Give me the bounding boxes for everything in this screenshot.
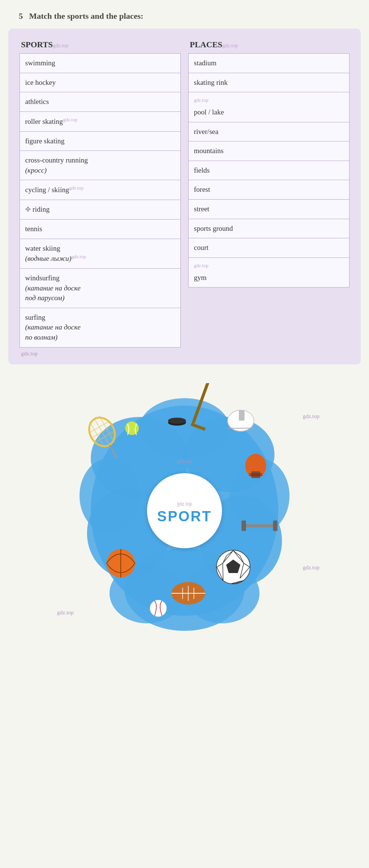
- task-number: 5: [19, 11, 23, 21]
- sport-illustration: gdz.top SPORT gdz.top gdz.top gdz.top gd…: [72, 383, 297, 638]
- watermark-inline-2: gdz.top: [69, 185, 84, 191]
- table-row: roller skatinggdz.top: [20, 111, 181, 131]
- table-row: gdz.topgym: [189, 257, 350, 287]
- table-row: athletics: [20, 92, 181, 112]
- watermark-inline: gdz.top: [63, 117, 78, 122]
- sports-table: swimming ice hockey athletics roller ska…: [20, 53, 181, 348]
- sports-item-1: swimming: [20, 54, 181, 73]
- table-row: court: [189, 238, 350, 258]
- places-item-10: court: [189, 238, 350, 258]
- places-item-9: sports ground: [189, 219, 350, 238]
- table-row: swimming: [20, 54, 181, 73]
- table-row: ✤ riding: [20, 200, 181, 220]
- places-header-watermark: gdz.top: [222, 43, 238, 48]
- table-row: forest: [189, 180, 350, 200]
- places-item-6: fields: [189, 161, 350, 180]
- table-row: tennis: [20, 220, 181, 239]
- table-row: cross-country running(кросс): [20, 151, 181, 180]
- places-item-11: gdz.topgym: [189, 257, 350, 287]
- table-row: cycling / skiinggdz.top: [20, 180, 181, 200]
- table-row: water skiing(водные лыжи)gdz.top: [20, 239, 181, 269]
- svg-point-10: [140, 398, 230, 458]
- places-item-7: forest: [189, 180, 350, 200]
- watermark-bottom-right: gdz.top: [303, 564, 320, 571]
- sports-item-12-sub: (катание на доскепо волнам): [25, 323, 81, 341]
- places-item-8: street: [189, 200, 350, 219]
- sports-item-2: ice hockey: [20, 73, 181, 92]
- sports-item-5: figure skating: [20, 131, 181, 151]
- sports-item-7: cycling / skiinggdz.top: [20, 180, 181, 200]
- sports-column-header: SPORTSgdz.top: [20, 40, 181, 50]
- sports-item-4: roller skatinggdz.top: [20, 111, 181, 131]
- exercise-box: SPORTSgdz.top swimming ice hockey athlet…: [8, 29, 361, 364]
- places-column: PLACESgdz.top stadium skating rink gdz.t…: [188, 40, 350, 287]
- bottom-watermark-sports: gdz.top: [20, 351, 181, 357]
- table-row: mountains: [189, 141, 350, 161]
- table-row: surfing(катание на доскепо волнам): [20, 308, 181, 347]
- table-row: fields: [189, 161, 350, 180]
- svg-rect-42: [244, 524, 274, 527]
- table-row: windsurfing(катание на доскепод парусом): [20, 269, 181, 308]
- places-item-2: skating rink: [189, 73, 350, 92]
- table-row: figure skating: [20, 131, 181, 151]
- svg-rect-44: [273, 520, 278, 531]
- svg-rect-47: [251, 471, 260, 478]
- sports-item-10: water skiing(водные лыжи)gdz.top: [20, 239, 181, 269]
- task-instruction: Match the sports and the places:: [29, 11, 144, 21]
- sports-item-6-sub: (кросс): [25, 166, 46, 174]
- illustration-section: gdz.top SPORT gdz.top gdz.top gdz.top gd…: [8, 379, 361, 642]
- places-item-1: stadium: [189, 54, 350, 73]
- sports-item-11-sub: (катание на доскепод парусом): [25, 284, 81, 302]
- svg-point-24: [125, 421, 139, 435]
- task-header: 5 Match the sports and the places:: [8, 11, 362, 21]
- places-column-header: PLACESgdz.top: [188, 40, 350, 50]
- watermark-bottom-left: gdz.top: [57, 609, 74, 616]
- watermark-places-inline-2: gdz.top: [194, 263, 208, 268]
- svg-text:gdz.top: gdz.top: [177, 501, 192, 507]
- watermark-top-right: gdz.top: [303, 413, 320, 420]
- svg-point-39: [150, 600, 166, 617]
- table-row: ice hockey: [20, 73, 181, 92]
- table-row: sports ground: [189, 219, 350, 238]
- table-row: street: [189, 200, 350, 219]
- svg-text:SPORT: SPORT: [157, 508, 212, 524]
- table-row: skating rink: [189, 73, 350, 92]
- page-container: 5 Match the sports and the places: SPORT…: [0, 0, 369, 653]
- svg-point-41: [168, 418, 186, 424]
- table-row: gdz.toppool / lake: [189, 92, 350, 122]
- places-item-4: river/sea: [189, 122, 350, 141]
- columns-wrapper: SPORTSgdz.top swimming ice hockey athlet…: [20, 40, 350, 357]
- places-item-3: gdz.toppool / lake: [189, 92, 350, 122]
- sports-column: SPORTSgdz.top swimming ice hockey athlet…: [20, 40, 181, 357]
- table-row: river/sea: [189, 122, 350, 141]
- sports-header-watermark: gdz.top: [53, 43, 69, 48]
- watermark-center-top: gdz.top: [177, 458, 192, 464]
- sports-item-12: surfing(катание на доскепо волнам): [20, 308, 181, 347]
- sports-item-10-sub: (водные лыжи): [25, 255, 71, 263]
- svg-point-8: [80, 458, 140, 533]
- svg-rect-43: [242, 520, 246, 531]
- sports-item-6: cross-country running(кросс): [20, 151, 181, 180]
- places-table: stadium skating rink gdz.toppool / lake …: [188, 53, 350, 287]
- sports-item-11: windsurfing(катание на доскепод парусом): [20, 269, 181, 308]
- svg-rect-23: [239, 410, 244, 421]
- sports-item-9: tennis: [20, 220, 181, 239]
- blob-svg: gdz.top SPORT: [72, 383, 297, 638]
- sports-item-3: athletics: [20, 92, 181, 112]
- places-item-5: mountains: [189, 141, 350, 161]
- watermark-places-inline: gdz.top: [194, 97, 208, 103]
- table-row: stadium: [189, 54, 350, 73]
- watermark-inline-3: gdz.top: [71, 254, 86, 259]
- sports-item-8: ✤ riding: [20, 200, 181, 220]
